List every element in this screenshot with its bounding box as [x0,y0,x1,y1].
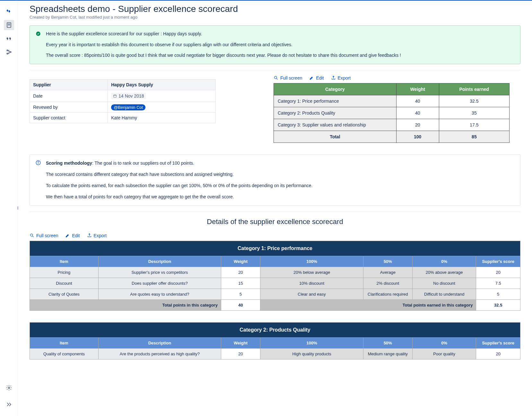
methodology-line: The scorecard contains different categor… [46,171,514,178]
info-value: Kate Hammy [108,112,216,123]
export-icon [331,75,336,80]
methodology-line: To calculate the points earned, for each… [46,182,514,189]
fullscreen-link[interactable]: Full screen [30,233,58,238]
category2-table: Category 2: Products Quality Item Descri… [30,322,520,360]
pencil-icon [65,233,70,238]
export-link[interactable]: Export [87,233,107,238]
nav-quote-icon[interactable] [4,33,14,44]
search-icon [274,75,278,80]
info-header: Supplier [30,79,108,90]
svg-point-4 [7,53,8,54]
expand-icon[interactable] [4,399,14,410]
summary-col-weight: Weight [396,83,439,95]
search-icon [30,233,34,238]
summary-cell: Category 3: Supplier values and relation… [274,119,397,131]
divider [30,70,520,70]
svg-point-6 [8,387,10,389]
summary-cell: Category 2: Products Quality [274,107,397,119]
svg-line-18 [32,236,33,237]
svg-point-5 [10,51,11,52]
details-action-bar: Full screen Edit Export [30,233,520,238]
page-byline: Created by Benjamin Cot, last modified j… [30,15,520,20]
svg-point-12 [275,76,277,79]
fullscreen-link[interactable]: Full screen [274,75,302,81]
check-circle-icon [36,31,41,37]
svg-point-16 [38,161,38,162]
table-row: Clarity of Quotes Are quotes easy to und… [30,289,520,299]
info-label: Date [30,90,108,102]
info-label: Supplier contact [30,112,108,123]
svg-point-3 [7,50,8,51]
page-content: Spreadsheets demo - Supplier excellence … [18,1,532,416]
left-nav-rail: ‖ [0,1,18,416]
summary-action-bar: Full screen Edit Export [274,75,520,81]
category-header: Category 2: Products Quality [30,322,520,337]
summary-table: Category Weight Points earned Category 1… [274,83,510,143]
details-section-title: Details of the supplier excellence score… [30,218,520,226]
divider [30,212,520,212]
app-logo[interactable] [4,6,14,17]
nav-tree-icon[interactable] [4,47,14,57]
supplier-info-table: Supplier Happy Days Supply Date 14 Nov 2… [30,79,216,123]
settings-icon[interactable] [4,383,14,393]
panel-line: Here is the supplier excellence scorecar… [46,31,514,37]
export-icon [87,233,92,238]
info-icon [36,160,41,166]
methodology-panel: Scoring methodology: The goal is to rank… [30,154,520,206]
summary-total-label: Total [274,131,397,143]
export-link[interactable]: Export [331,75,351,81]
table-row: Pricing Supplier's price vs competitors … [30,267,520,278]
info-value: @Benjamin Cot [108,102,216,112]
nav-pages-icon[interactable] [4,20,14,30]
svg-point-7 [36,31,40,36]
panel-line: Every year it is important to establish … [46,42,514,48]
pencil-icon [309,75,314,80]
user-mention[interactable]: @Benjamin Cot [111,104,145,110]
table-row: Quality of components Are the products p… [30,348,520,359]
category-header: Category 1: Price performance [30,241,520,256]
info-value: 14 Nov 2018 [108,90,216,102]
page-title: Spreadsheets demo - Supplier excellence … [30,4,520,14]
date-text: 14 Nov 2018 [118,93,144,99]
summary-col-category: Category [274,83,397,95]
category1-table: Category 1: Price performance Item Descr… [30,241,520,311]
methodology-line: We then have a total of points for each … [46,194,514,200]
summary-col-points: Points earned [439,83,509,95]
calendar-icon [113,94,117,98]
svg-point-17 [31,234,33,237]
edit-link[interactable]: Edit [309,75,324,81]
svg-line-13 [276,79,277,80]
methodology-line: Scoring methodology: The goal is to rank… [46,160,514,167]
info-label: Revewed by [30,102,108,112]
table-row: Discount Does supplier offer discounts? … [30,278,520,289]
edit-link[interactable]: Edit [65,233,80,238]
success-panel: Here is the supplier excellence scorecar… [30,25,520,64]
info-header: Happy Days Supply [108,79,216,90]
summary-cell: Category 1: Price performance [274,95,397,107]
svg-rect-8 [114,95,117,97]
rail-resize-handle[interactable]: ‖ [17,206,19,210]
panel-line: The overall score : 85points/100 is quit… [46,52,514,59]
